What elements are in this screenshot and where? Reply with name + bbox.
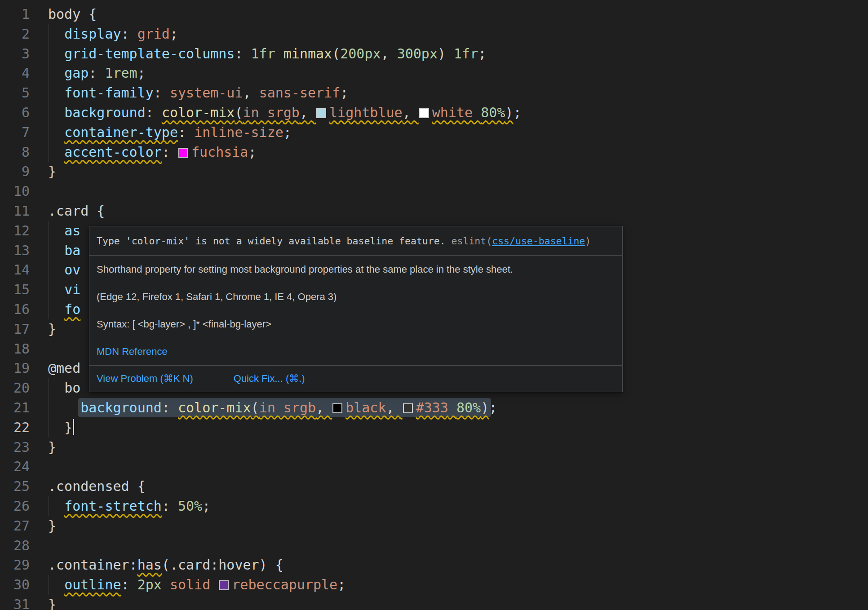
- code-token: ): [438, 46, 454, 62]
- docs-description: Shorthand property for setting most back…: [97, 256, 615, 283]
- code-token: grid: [137, 26, 170, 42]
- code-line-content[interactable]: }: [30, 438, 56, 457]
- code-line-content[interactable]: display: grid;: [30, 24, 178, 44]
- code-token: 80%: [481, 105, 505, 120]
- code-token: ;: [137, 65, 146, 81]
- color-swatch[interactable]: [178, 148, 188, 158]
- line-number: 25: [0, 477, 30, 496]
- code-token: [48, 105, 64, 120]
- color-swatch[interactable]: [316, 108, 326, 118]
- code-token: background: [64, 105, 146, 120]
- code-line-content[interactable]: }: [30, 595, 56, 610]
- code-line-content[interactable]: .container:has(.card:hover) {: [30, 555, 283, 575]
- code-line-content[interactable]: ov: [30, 260, 80, 280]
- code-token: 200px: [340, 46, 381, 62]
- code-token: system-ui: [170, 85, 243, 101]
- actions-row: View Problem (⌘K N) Quick Fix... (⌘.): [89, 366, 622, 392]
- code-line-content[interactable]: [30, 181, 48, 201]
- code-line-content[interactable]: [30, 339, 48, 359]
- code-line: 5 font-family: system-ui, sans-serif;: [0, 83, 868, 103]
- code-line: 10: [0, 181, 868, 201]
- code-token: @med: [48, 360, 80, 376]
- quick-fix-action[interactable]: Quick Fix... (⌘.): [234, 373, 305, 385]
- code-token: ;: [489, 400, 497, 416]
- code-line: 1body {: [0, 4, 868, 24]
- code-line-content[interactable]: }: [30, 516, 56, 536]
- view-problem-action[interactable]: View Problem (⌘K N): [97, 373, 193, 385]
- code-line-content[interactable]: [30, 457, 48, 477]
- code-line-content[interactable]: [30, 536, 48, 556]
- line-number: 3: [0, 44, 30, 64]
- code-token: [48, 282, 64, 297]
- code-line: 4 gap: 1rem;: [0, 63, 868, 83]
- code-token: (: [332, 46, 340, 62]
- code-line-content[interactable]: ba: [30, 241, 80, 261]
- code-line-content[interactable]: as: [30, 221, 80, 241]
- color-swatch[interactable]: [403, 403, 413, 413]
- code-line-content[interactable]: background: color-mix(in srgb, lightblue…: [30, 103, 521, 123]
- code-line-content[interactable]: bo: [30, 378, 80, 398]
- color-swatch[interactable]: [419, 108, 429, 118]
- diagnostic-row: Type 'color-mix' is not a widely availab…: [89, 226, 622, 255]
- code-line-content[interactable]: }: [30, 319, 56, 339]
- code-line-content[interactable]: grid-template-columns: 1fr minmax(200px,…: [30, 44, 486, 64]
- code-token: [48, 498, 64, 514]
- code-token: 1rem: [105, 65, 137, 81]
- code-token: (.card:hover) {: [162, 557, 283, 573]
- code-token: ): [505, 105, 513, 120]
- code-line-content[interactable]: vi: [30, 280, 80, 300]
- color-swatch[interactable]: [219, 580, 229, 590]
- code-line-content[interactable]: font-family: system-ui, sans-serif;: [30, 83, 348, 103]
- code-token: :: [154, 85, 170, 101]
- code-token: [210, 577, 218, 592]
- line-number: 14: [0, 260, 30, 280]
- code-token: }: [48, 164, 56, 179]
- code-line-content[interactable]: }: [30, 418, 74, 438]
- code-token: :: [162, 498, 178, 514]
- code-token: :: [146, 105, 162, 120]
- code-token: ,: [386, 400, 403, 416]
- code-line: 22 }: [0, 418, 868, 438]
- code-line: 30 outline: 2px solid rebeccapurple;: [0, 575, 868, 595]
- code-token: [48, 301, 64, 317]
- code-token: :: [121, 577, 137, 592]
- code-line-content[interactable]: container-type: inline-size;: [30, 123, 292, 142]
- code-token: 300px: [397, 46, 438, 62]
- code-line-content[interactable]: fo: [30, 300, 80, 319]
- code-line: 27}: [0, 516, 868, 536]
- code-line-content[interactable]: background: color-mix(in srgb, black, #3…: [30, 398, 497, 418]
- code-token: in srgb: [259, 400, 316, 416]
- code-token: vi: [64, 282, 80, 297]
- code-token: has: [137, 557, 162, 573]
- code-token: [48, 262, 64, 278]
- code-token: ;: [248, 144, 256, 160]
- code-line-content[interactable]: @med: [30, 358, 80, 378]
- code-line: 24: [0, 457, 868, 477]
- code-line-content[interactable]: }: [30, 162, 56, 181]
- code-token: background: [80, 400, 162, 416]
- code-token: [48, 577, 64, 592]
- code-token: [473, 105, 481, 120]
- code-line-content[interactable]: body {: [30, 4, 97, 24]
- code-line: 23}: [0, 438, 868, 457]
- code-token: font-stretch: [64, 498, 162, 514]
- code-line-content[interactable]: font-stretch: 50%;: [30, 496, 210, 516]
- docs-section: Shorthand property for setting most back…: [89, 256, 622, 365]
- code-line-content[interactable]: .card {: [30, 201, 105, 221]
- code-token: [48, 85, 64, 101]
- code-line-content[interactable]: accent-color: fuchsia;: [30, 142, 257, 162]
- code-token: .card {: [48, 203, 105, 219]
- line-number: 20: [0, 378, 30, 398]
- mdn-reference-link[interactable]: MDN Reference: [97, 346, 168, 358]
- code-line-content[interactable]: .condensed {: [30, 477, 146, 496]
- code-token: 2px: [137, 577, 162, 592]
- code-token: }: [48, 518, 56, 534]
- line-number: 8: [0, 142, 30, 162]
- code-line-content[interactable]: gap: 1rem;: [30, 63, 146, 83]
- code-token: ,: [403, 105, 419, 120]
- diagnostic-range: color-mix(in srgb, black, #333 80%): [178, 400, 489, 416]
- diagnostic-rule-link[interactable]: css/use-baseline: [492, 235, 585, 247]
- code-line: 11.card {: [0, 201, 868, 221]
- color-swatch[interactable]: [332, 403, 342, 413]
- code-line-content[interactable]: outline: 2px solid rebeccapurple;: [30, 575, 345, 595]
